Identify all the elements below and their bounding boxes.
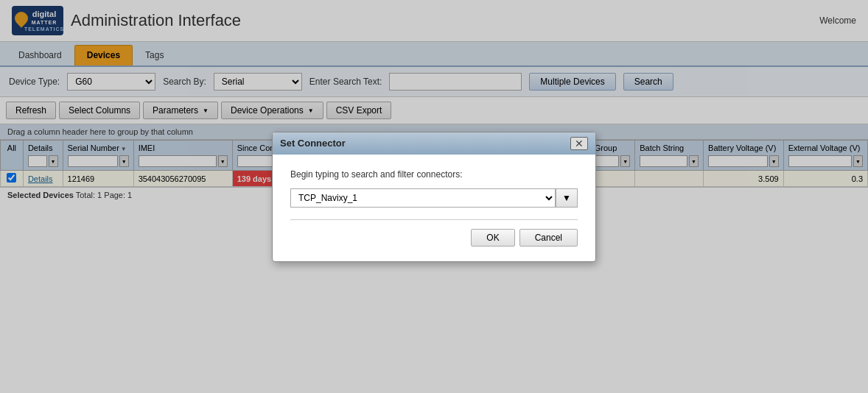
modal-body: Begin typing to search and filter connec… — [273, 155, 595, 203]
modal-overlay: Set Connector ✕ Begin typing to search a… — [0, 0, 868, 202]
connector-select-dropdown-button[interactable]: ▼ — [556, 188, 578, 203]
connector-select[interactable]: TCP_Navixy_1 — [290, 188, 556, 203]
modal-header: Set Connector ✕ — [273, 132, 595, 155]
modal-select-row: TCP_Navixy_1 ▼ — [290, 188, 578, 203]
set-connector-modal: Set Connector ✕ Begin typing to search a… — [272, 132, 596, 203]
modal-close-button[interactable]: ✕ — [570, 137, 588, 150]
modal-description: Begin typing to search and filter connec… — [290, 169, 578, 180]
modal-title: Set Connector — [280, 138, 346, 149]
